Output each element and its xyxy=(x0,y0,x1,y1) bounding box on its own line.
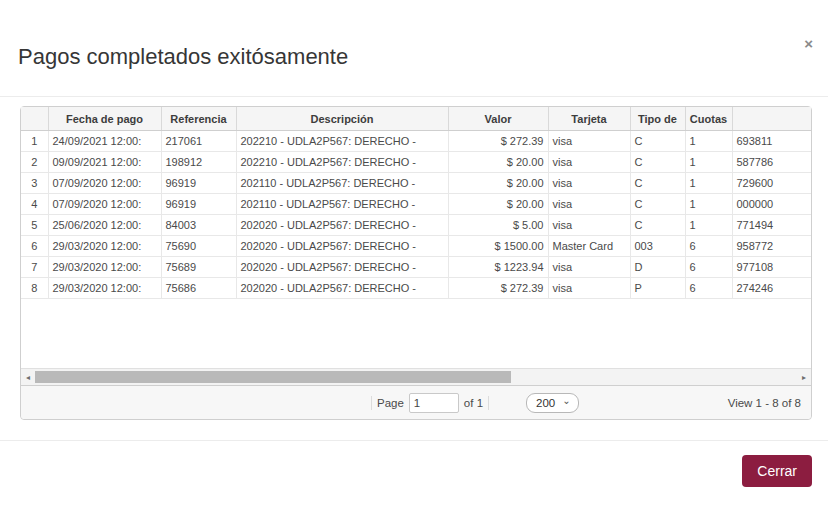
cell-fecha-de-pago: 29/03/2020 12:00: xyxy=(48,278,161,299)
cell-tipo-de: C xyxy=(630,152,685,173)
cell-num-autoriz: 274246 xyxy=(732,278,811,299)
cell-rownum: 4 xyxy=(21,194,48,215)
table-row[interactable]: 629/03/2020 12:00:75690202020 - UDLA2P56… xyxy=(21,236,811,257)
cell-descripcion: 202020 - UDLA2P567: DERECHO - xyxy=(236,257,448,278)
cell-num-autoriz: 587786 xyxy=(732,152,811,173)
cell-valor: $ 5.00 xyxy=(448,215,548,236)
cell-rownum: 7 xyxy=(21,257,48,278)
cell-cuotas: 1 xyxy=(685,173,732,194)
horizontal-scrollbar[interactable]: ◂ ▸ xyxy=(21,368,811,385)
cell-fecha-de-pago: 07/09/2020 12:00: xyxy=(48,194,161,215)
cell-valor: $ 272.39 xyxy=(448,278,548,299)
table-row[interactable]: 407/09/2020 12:00:96919202110 - UDLA2P56… xyxy=(21,194,811,215)
cell-tarjeta: visa xyxy=(548,194,630,215)
cell-fecha-de-pago: 07/09/2020 12:00: xyxy=(48,173,161,194)
cell-referencia: 75686 xyxy=(161,278,236,299)
cell-fecha-de-pago: 09/09/2021 12:00: xyxy=(48,152,161,173)
cell-tarjeta: visa xyxy=(548,173,630,194)
table-row[interactable]: 525/06/2020 12:00:84003202020 - UDLA2P56… xyxy=(21,215,811,236)
cell-referencia: 96919 xyxy=(161,194,236,215)
cell-tarjeta: visa xyxy=(548,278,630,299)
cell-fecha-de-pago: 29/03/2020 12:00: xyxy=(48,257,161,278)
cell-valor: $ 20.00 xyxy=(448,152,548,173)
cell-tipo-de: 003 xyxy=(630,236,685,257)
cell-referencia: 96919 xyxy=(161,173,236,194)
page-size-value: 200 xyxy=(536,397,555,409)
cell-descripcion: 202210 - UDLA2P567: DERECHO - xyxy=(236,131,448,152)
cell-tarjeta: visa xyxy=(548,215,630,236)
cell-fecha-de-pago: 29/03/2020 12:00: xyxy=(48,236,161,257)
cell-rownum: 3 xyxy=(21,173,48,194)
table-row[interactable]: 124/09/2021 12:00:217061202210 - UDLA2P5… xyxy=(21,131,811,152)
modal-header: Pagos completados exitósamente × xyxy=(0,0,828,97)
modal-footer: Cerrar xyxy=(0,440,828,529)
cell-tipo-de: D xyxy=(630,257,685,278)
cell-tarjeta: Master Card xyxy=(548,236,630,257)
cell-descripcion: 202110 - UDLA2P567: DERECHO - xyxy=(236,194,448,215)
cell-tarjeta: visa xyxy=(548,152,630,173)
column-header-valor[interactable]: Valor xyxy=(448,107,548,131)
cell-cuotas: 1 xyxy=(685,152,732,173)
cell-referencia: 84003 xyxy=(161,215,236,236)
cell-descripcion: 202020 - UDLA2P567: DERECHO - xyxy=(236,236,448,257)
table-row[interactable]: 829/03/2020 12:00:75686202020 - UDLA2P56… xyxy=(21,278,811,299)
cell-referencia: 198912 xyxy=(161,152,236,173)
cell-descripcion: 202020 - UDLA2P567: DERECHO - xyxy=(236,278,448,299)
modal-title: Pagos completados exitósamente xyxy=(18,44,348,70)
cell-cuotas: 1 xyxy=(685,131,732,152)
cell-descripcion: 202110 - UDLA2P567: DERECHO - xyxy=(236,173,448,194)
cell-num-autoriz: 958772 xyxy=(732,236,811,257)
column-header-rownum[interactable] xyxy=(21,107,48,131)
cell-tarjeta: visa xyxy=(548,131,630,152)
column-header-fecha-de-pago[interactable]: Fecha de pago xyxy=(48,107,161,131)
pager-separator xyxy=(488,396,489,410)
column-header-cuotas[interactable]: Cuotas xyxy=(685,107,732,131)
cell-num-autoriz: 729600 xyxy=(732,173,811,194)
cell-tipo-de: C xyxy=(630,131,685,152)
cell-cuotas: 1 xyxy=(685,194,732,215)
page-size-select[interactable]: 200 ⌄ xyxy=(526,393,579,413)
cell-tipo-de: C xyxy=(630,215,685,236)
column-header-descripcion[interactable]: Descripción xyxy=(236,107,448,131)
table-body: 124/09/2021 12:00:217061202210 - UDLA2P5… xyxy=(21,131,811,299)
scroll-left-arrow-icon[interactable]: ◂ xyxy=(21,369,35,385)
page-label: Page xyxy=(377,397,404,409)
close-icon[interactable]: × xyxy=(804,36,813,51)
cell-fecha-de-pago: 25/06/2020 12:00: xyxy=(48,215,161,236)
cell-descripcion: 202210 - UDLA2P567: DERECHO - xyxy=(236,152,448,173)
cell-tarjeta: visa xyxy=(548,257,630,278)
table-row[interactable]: 209/09/2021 12:00:198912202210 - UDLA2P5… xyxy=(21,152,811,173)
cell-cuotas: 6 xyxy=(685,278,732,299)
table-row[interactable]: 307/09/2020 12:00:96919202110 - UDLA2P56… xyxy=(21,173,811,194)
view-info: View 1 - 8 of 8 xyxy=(728,386,801,419)
cell-cuotas: 1 xyxy=(685,215,732,236)
cerrar-button[interactable]: Cerrar xyxy=(742,455,812,487)
cell-valor: $ 20.00 xyxy=(448,194,548,215)
cell-valor: $ 20.00 xyxy=(448,173,548,194)
chevron-down-icon: ⌄ xyxy=(562,399,570,403)
cell-referencia: 217061 xyxy=(161,131,236,152)
cell-num-autoriz: 693811 xyxy=(732,131,811,152)
column-header-tarjeta[interactable]: Tarjeta xyxy=(548,107,630,131)
cell-valor: $ 272.39 xyxy=(448,131,548,152)
cell-tipo-de: C xyxy=(630,194,685,215)
table-row[interactable]: 729/03/2020 12:00:75689202020 - UDLA2P56… xyxy=(21,257,811,278)
table-header-row: Fecha de pagoReferenciaDescripciónValorT… xyxy=(21,107,811,131)
column-header-referencia[interactable]: Referencia xyxy=(161,107,236,131)
scroll-right-arrow-icon[interactable]: ▸ xyxy=(797,369,811,385)
payments-table: Fecha de pagoReferenciaDescripciónValorT… xyxy=(21,107,811,299)
cell-referencia: 75689 xyxy=(161,257,236,278)
cell-cuotas: 6 xyxy=(685,257,732,278)
cell-tipo-de: C xyxy=(630,173,685,194)
scrollbar-thumb[interactable] xyxy=(35,371,511,383)
cell-rownum: 1 xyxy=(21,131,48,152)
page-input[interactable] xyxy=(409,393,459,413)
pager-separator xyxy=(371,396,372,410)
column-header-num-autoriz[interactable]: Num. Autoriz xyxy=(732,107,811,131)
cell-cuotas: 6 xyxy=(685,236,732,257)
cell-rownum: 6 xyxy=(21,236,48,257)
cell-tipo-de: P xyxy=(630,278,685,299)
cell-valor: $ 1223.94 xyxy=(448,257,548,278)
cell-referencia: 75690 xyxy=(161,236,236,257)
column-header-tipo-de[interactable]: Tipo de xyxy=(630,107,685,131)
